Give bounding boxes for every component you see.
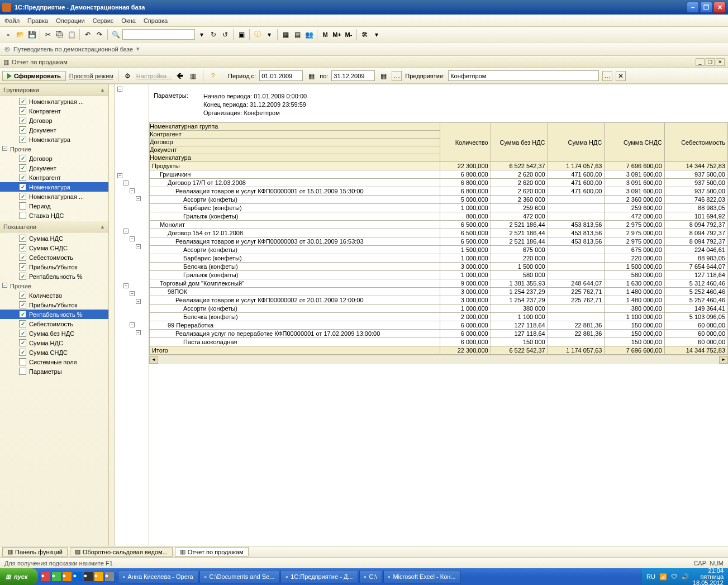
list-item[interactable]: ✓Сумма без НДС: [0, 329, 108, 338]
enterprise-input[interactable]: [448, 70, 599, 81]
settings-link[interactable]: Настройки...: [136, 73, 172, 79]
table-row[interactable]: Монолит6 500,0002 521 186,44453 813,562 …: [150, 221, 728, 229]
volume-icon[interactable]: 🔊: [681, 573, 689, 581]
copy-icon[interactable]: ⿻: [55, 30, 65, 40]
table-row[interactable]: Барбарис (конфеты)1 000,000220 000220 00…: [150, 254, 728, 263]
table-row[interactable]: Грильяж (конфеты)800,000472 000472 000,0…: [150, 212, 728, 221]
clock[interactable]: 21:04 пятница 18.05.2012: [693, 568, 724, 586]
outline-toggle[interactable]: −: [123, 180, 129, 186]
outline-toggle[interactable]: −: [130, 188, 135, 193]
date-from-input[interactable]: [259, 70, 303, 81]
table-row[interactable]: Ассорти (конфеты)1 500,000675 000675 000…: [150, 246, 728, 254]
checkbox[interactable]: [19, 202, 26, 210]
calc-icon[interactable]: ▦: [280, 30, 291, 40]
checkbox[interactable]: ✓: [19, 117, 26, 124]
outline-toggle[interactable]: −: [136, 244, 141, 249]
taskbar-item[interactable]: ▫Анна Киселева - Opera: [118, 570, 198, 583]
checkbox[interactable]: ✓: [19, 311, 26, 318]
date-to-input[interactable]: [331, 70, 375, 81]
list-item[interactable]: ✓Сумма СНДС: [0, 243, 108, 253]
menu-edit[interactable]: Правка: [27, 17, 48, 24]
ent-ellipsis-icon[interactable]: …: [602, 71, 612, 81]
checkbox[interactable]: ✓: [19, 292, 26, 299]
list-item[interactable]: ✓Договор: [0, 154, 108, 163]
outline-toggle[interactable]: −: [130, 236, 135, 241]
checkbox[interactable]: ✓: [19, 320, 26, 327]
checkbox[interactable]: ✓: [19, 126, 26, 134]
scroll-right-icon[interactable]: ►: [719, 356, 728, 364]
maximize-button[interactable]: ❐: [700, 2, 712, 13]
ql-icon[interactable]: ●: [63, 572, 72, 581]
outline-toggle[interactable]: −: [123, 283, 129, 288]
table-row[interactable]: Белочка (конфеты)2 000,0001 100 0001 100…: [150, 313, 728, 321]
table-row[interactable]: Торговый дом "Комплексный"9 000,0001 381…: [150, 279, 728, 288]
redo-icon[interactable]: ↷: [94, 30, 104, 40]
scroll-left-icon[interactable]: ◄: [149, 356, 158, 364]
table-row[interactable]: Реализация товаров и услуг КФП00000003 о…: [150, 237, 728, 246]
tab-balance[interactable]: ▤Оборотно-сальдовая ведом...: [70, 547, 173, 557]
table-row[interactable]: Реализация услуг по переработке КФП00000…: [150, 330, 728, 338]
calendar-icon[interactable]: ▤: [292, 30, 302, 40]
indicators-head[interactable]: Показатели▲: [0, 221, 108, 232]
table-row[interactable]: Договор 154 от 12.01.20086 500,0002 521 …: [150, 229, 728, 237]
outline-toggle[interactable]: −: [136, 299, 141, 304]
cal2-icon[interactable]: ▦: [378, 71, 388, 81]
guide-drop-icon[interactable]: ▾: [136, 45, 140, 53]
list-item[interactable]: ✓Контрагент: [0, 173, 108, 182]
outline-toggle[interactable]: −: [136, 330, 141, 335]
list-item[interactable]: ✓Сумма НДС: [0, 234, 108, 243]
tray-icon[interactable]: 🛡: [671, 573, 677, 580]
lang-indicator[interactable]: RU: [646, 573, 655, 580]
minimize-button[interactable]: –: [687, 2, 699, 13]
list-item[interactable]: Параметры: [0, 367, 108, 376]
list-item[interactable]: ✓Номенклатура: [0, 182, 108, 192]
search-input[interactable]: [122, 29, 195, 40]
report-min-button[interactable]: _: [696, 58, 705, 66]
table-row[interactable]: Гришичкин6 800,0002 620 000471 600,003 0…: [150, 170, 728, 179]
outline-toggle[interactable]: −: [136, 196, 141, 201]
taskbar-item[interactable]: ▫Microsoft Excel - Кон...: [383, 570, 461, 583]
list-item[interactable]: ✓Договор: [0, 116, 108, 125]
list-item[interactable]: ✓Количество: [0, 291, 108, 300]
table-row[interactable]: Грильяж (конфеты)1 000,000580 000580 000…: [150, 271, 728, 279]
outline-toggle[interactable]: −: [117, 87, 122, 92]
ellipsis-icon[interactable]: …: [392, 71, 402, 81]
checkbox[interactable]: ✓: [19, 244, 26, 251]
group-others[interactable]: −Прочие: [0, 144, 108, 154]
splitter[interactable]: [109, 84, 115, 546]
open-icon[interactable]: 📂: [15, 30, 25, 40]
outline-toggle[interactable]: −: [123, 229, 129, 234]
checkbox[interactable]: ✓: [19, 301, 26, 308]
checkbox[interactable]: ✓: [19, 107, 26, 115]
list-item[interactable]: Ставка НДС: [0, 211, 108, 220]
info-icon[interactable]: ⓘ: [253, 30, 263, 40]
search-icon[interactable]: 🔍: [111, 30, 121, 40]
drop-icon[interactable]: ▾: [264, 30, 274, 40]
list-item[interactable]: Период: [0, 201, 108, 211]
list-item[interactable]: ✓Прибыль/Убыток: [0, 262, 108, 272]
menu-ops[interactable]: Операции: [56, 17, 84, 24]
ql-icon[interactable]: ●: [84, 572, 93, 581]
simple-mode-link[interactable]: Простой режим: [69, 73, 113, 79]
form-button[interactable]: Сформировать: [2, 71, 66, 81]
table-row[interactable]: Договор 17/П от 12.03.20086 800,0002 620…: [150, 179, 728, 187]
checkbox[interactable]: ✓: [19, 155, 26, 162]
menu-help[interactable]: Справка: [144, 17, 168, 24]
list-item[interactable]: ✓Рентабельность %: [0, 310, 108, 319]
menu-windows[interactable]: Окна: [121, 17, 136, 24]
list-item[interactable]: ✓Номенклатурная ...: [0, 192, 108, 201]
outline-toggle[interactable]: −: [117, 173, 122, 178]
list-item[interactable]: ✓Номенклатура: [0, 135, 108, 144]
checkbox[interactable]: ✓: [19, 349, 26, 356]
collapse-icon[interactable]: −: [2, 146, 7, 151]
window-icon[interactable]: ▣: [236, 30, 246, 40]
ql-icon[interactable]: ●: [52, 572, 61, 581]
checkbox[interactable]: ✓: [19, 136, 26, 143]
table-row[interactable]: 98ПОК3 000,0001 254 237,29225 762,711 48…: [150, 288, 728, 296]
report-close-button[interactable]: ✕: [716, 58, 725, 66]
list-item[interactable]: ✓Сумма НДС: [0, 338, 108, 348]
ql-icon[interactable]: ●: [41, 572, 50, 581]
checkbox[interactable]: [19, 368, 26, 375]
page-icon[interactable]: ▥: [188, 71, 198, 81]
groupings-head[interactable]: Группировки▲: [0, 84, 108, 96]
